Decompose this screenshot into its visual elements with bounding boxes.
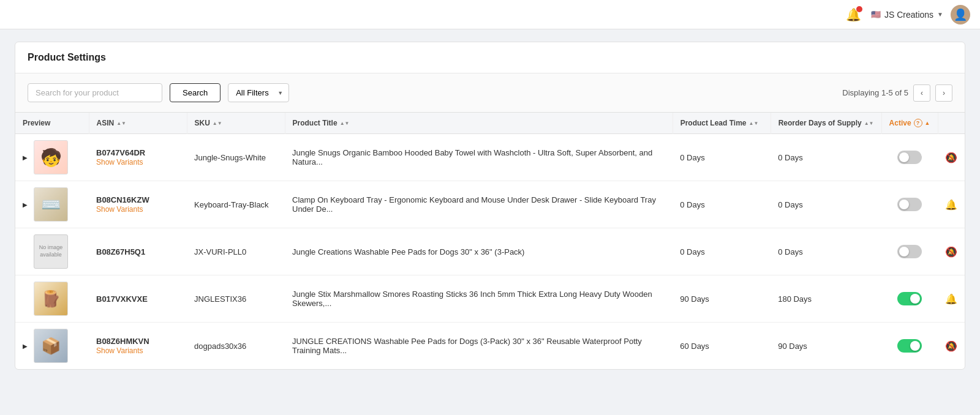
col-lead-time[interactable]: Product Lead Time ▲▼ xyxy=(673,113,771,134)
preview-cell: ▶ 📦 xyxy=(15,323,89,370)
active-toggle-cell xyxy=(881,275,938,323)
sku-cell: JX-VURI-PLL0 xyxy=(187,228,285,275)
bell-cell: 🔔 xyxy=(938,181,965,228)
bell-notification-icon[interactable]: 🔕 xyxy=(945,340,957,352)
asin-cell: B08CN16KZW Show Variants xyxy=(89,181,187,228)
table-row: ▶ 📦 B08Z6HMKVN Show Variants dogpads30x3… xyxy=(15,323,965,370)
title-cell: Jungle Snugs Organic Bamboo Hooded Baby … xyxy=(285,134,673,181)
card-header: Product Settings xyxy=(15,42,965,73)
bell-cell: 🔕 xyxy=(938,134,965,181)
sku-value: JX-VURI-PLL0 xyxy=(194,247,246,256)
sku-value: Jungle-Snugs-White xyxy=(194,153,266,162)
search-button[interactable]: Search xyxy=(170,83,221,102)
preview-cell: 🪵 xyxy=(15,275,89,323)
next-page-button[interactable]: › xyxy=(935,84,952,102)
table-body: ▶ 🧒 B0747V64DR Show Variants Jungle-Snug… xyxy=(15,134,965,370)
lead-time-value: 60 Days xyxy=(680,342,709,351)
reorder-value: 0 Days xyxy=(778,247,802,256)
active-toggle[interactable] xyxy=(897,245,922,258)
asin-value: B08CN16KZW xyxy=(96,195,179,204)
asin-value: B017VXKVXE xyxy=(96,294,179,304)
reorder-cell: 0 Days xyxy=(771,181,881,228)
lead-time-value: 0 Days xyxy=(680,200,704,209)
notification-badge xyxy=(856,6,862,12)
active-help-icon[interactable]: ? xyxy=(914,119,922,127)
lead-time-cell: 0 Days xyxy=(673,134,771,181)
sku-value: dogpads30x36 xyxy=(194,342,246,351)
reorder-value: 0 Days xyxy=(778,200,802,209)
pagination-info: Displaying 1-5 of 5 ‹ › xyxy=(842,84,952,102)
top-nav: 🔔 🇺🇸 JS Creations ▼ 👤 xyxy=(0,0,980,29)
table-row: ▶ ⌨️ B08CN16KZW Show Variants Keyboard-T… xyxy=(15,181,965,228)
product-thumbnail: No imageavailable xyxy=(34,234,68,269)
reorder-cell: 180 Days xyxy=(771,275,881,323)
asin-value: B08Z6HMKVN xyxy=(96,337,179,346)
product-title: Clamp On Keyboard Tray - Ergonomic Keybo… xyxy=(292,195,656,214)
asin-cell: B0747V64DR Show Variants xyxy=(89,134,187,181)
lead-time-cell: 0 Days xyxy=(673,228,771,275)
lead-time-value: 90 Days xyxy=(680,294,709,304)
avatar[interactable]: 👤 xyxy=(951,5,970,24)
sku-value: Keyboard-Tray-Black xyxy=(194,200,269,209)
product-title: Jungle Stix Marshmallow Smores Roasting … xyxy=(292,290,652,308)
toolbar: Search All Filters Active Inactive Displ… xyxy=(15,73,965,113)
sort-active-icon[interactable]: ▲ xyxy=(925,120,930,126)
show-variants-link[interactable]: Show Variants xyxy=(96,346,143,355)
expand-arrow[interactable]: ▶ xyxy=(23,154,30,161)
toggle-knob xyxy=(910,294,920,304)
show-variants-link[interactable]: Show Variants xyxy=(96,158,143,166)
table-row: ▶ 🧒 B0747V64DR Show Variants Jungle-Snug… xyxy=(15,134,965,181)
lead-time-value: 0 Days xyxy=(680,247,704,256)
bell-notification-icon[interactable]: 🔔 xyxy=(945,199,957,211)
table-row: No imageavailable B08Z67H5Q1 JX-VURI-PLL… xyxy=(15,228,965,275)
bell-notification-icon[interactable]: 🔕 xyxy=(945,246,957,258)
active-toggle[interactable] xyxy=(897,292,922,305)
chevron-down-icon: ▼ xyxy=(937,11,943,18)
product-thumbnail: 🪵 xyxy=(34,282,68,316)
col-reorder-days[interactable]: Reorder Days of Supply ▲▼ xyxy=(771,113,881,134)
toggle-knob xyxy=(899,247,909,256)
toggle-knob xyxy=(899,152,909,162)
bell-notification-icon[interactable]: 🔕 xyxy=(945,152,957,163)
search-input[interactable] xyxy=(28,83,162,102)
filter-wrapper: All Filters Active Inactive xyxy=(228,83,289,102)
pagination-text: Displaying 1-5 of 5 xyxy=(842,88,908,97)
active-toggle[interactable] xyxy=(897,339,922,353)
reorder-cell: 90 Days xyxy=(771,323,881,370)
active-toggle[interactable] xyxy=(897,198,922,211)
asin-value: B0747V64DR xyxy=(96,148,179,157)
product-title: JUNGLE CREATIONS Washable Pee Pads for D… xyxy=(292,337,642,355)
sku-cell: dogpads30x36 xyxy=(187,323,285,370)
show-variants-link[interactable]: Show Variants xyxy=(96,205,143,214)
bell-cell: 🔔 xyxy=(938,275,965,323)
sku-cell: JNGLESTIX36 xyxy=(187,275,285,323)
active-toggle[interactable] xyxy=(897,151,922,164)
col-preview: Preview xyxy=(15,113,89,134)
toggle-knob xyxy=(910,341,920,351)
reorder-cell: 0 Days xyxy=(771,228,881,275)
expand-arrow[interactable]: ▶ xyxy=(23,201,30,208)
title-cell: JUNGLE CREATIONS Washable Pee Pads for D… xyxy=(285,323,673,370)
product-title: Jungle Snugs Organic Bamboo Hooded Baby … xyxy=(292,148,652,166)
sku-cell: Keyboard-Tray-Black xyxy=(187,181,285,228)
table-header-row: Preview ASIN ▲▼ SKU ▲▼ Product Title ▲▼ … xyxy=(15,113,965,134)
sku-cell: Jungle-Snugs-White xyxy=(187,134,285,181)
bell-notification-icon[interactable]: 🔔 xyxy=(945,293,957,305)
preview-cell: No imageavailable xyxy=(15,228,89,275)
col-active: Active ? ▲ xyxy=(881,113,938,134)
col-product-title[interactable]: Product Title ▲▼ xyxy=(285,113,673,134)
active-toggle-cell xyxy=(881,323,938,370)
expand-arrow[interactable]: ▶ xyxy=(23,343,30,350)
filter-select[interactable]: All Filters Active Inactive xyxy=(228,83,289,102)
title-cell: Clamp On Keyboard Tray - Ergonomic Keybo… xyxy=(285,181,673,228)
col-sku[interactable]: SKU ▲▼ xyxy=(187,113,285,134)
asin-value: B08Z67H5Q1 xyxy=(96,247,179,256)
col-bell xyxy=(938,113,965,134)
flag-icon: 🇺🇸 xyxy=(871,10,881,19)
lead-time-value: 0 Days xyxy=(680,153,704,162)
prev-page-button[interactable]: ‹ xyxy=(913,84,930,102)
reorder-cell: 0 Days xyxy=(771,134,881,181)
col-asin[interactable]: ASIN ▲▼ xyxy=(89,113,187,134)
brand-dropdown[interactable]: 🇺🇸 JS Creations ▼ xyxy=(871,10,943,20)
notification-bell[interactable]: 🔔 xyxy=(844,5,864,24)
